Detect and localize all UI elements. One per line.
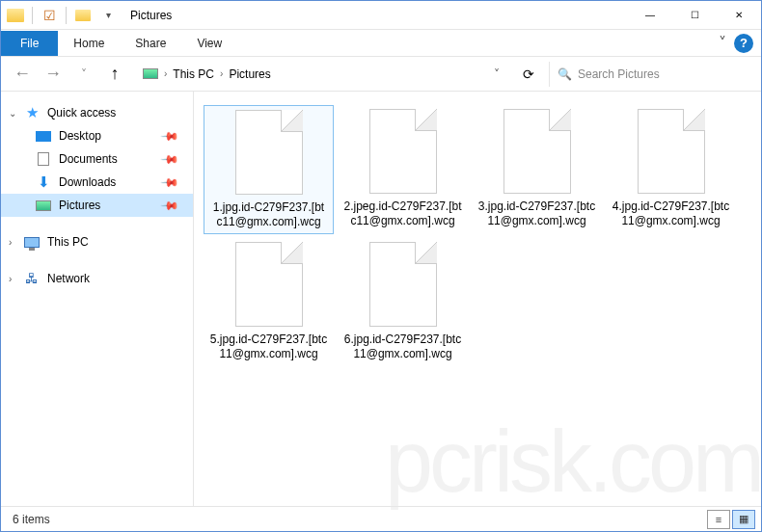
sidebar-item-label: Desktop [59, 129, 101, 143]
pin-icon: 📌 [160, 173, 180, 193]
sidebar-item-this-pc[interactable]: › This PC [1, 230, 193, 253]
file-list-view[interactable]: 1.jpg.id-C279F237.[btc11@gmx.com].wcg2.j… [194, 92, 761, 506]
search-icon: 🔍 [558, 67, 572, 81]
new-folder-qat-icon[interactable] [72, 5, 94, 26]
ribbon-bar: File Home Share View ˅ ? [1, 30, 761, 57]
file-name-label: 1.jpg.id-C279F237.[btc11@gmx.com].wcg [208, 200, 329, 229]
close-button[interactable]: ✕ [717, 1, 761, 30]
pin-icon: 📌 [160, 196, 180, 216]
breadcrumb-item[interactable]: Pictures [229, 67, 270, 81]
minimize-button[interactable]: — [628, 1, 672, 30]
navigation-pane: ⌄ ★ Quick access Desktop 📌 Documents 📌 ⬇… [1, 92, 194, 506]
sidebar-item-network[interactable]: › 🖧 Network [1, 267, 193, 290]
chevron-down-icon[interactable]: ⌄ [9, 108, 16, 119]
help-icon[interactable]: ? [734, 34, 753, 53]
back-button[interactable]: ← [11, 63, 34, 86]
title-bar: ☑ ▾ Pictures — ☐ ✕ [1, 1, 761, 30]
sidebar-item-label: Quick access [47, 106, 116, 120]
sidebar-item-downloads[interactable]: ⬇ Downloads 📌 [1, 171, 193, 194]
refresh-button[interactable]: ⟳ [516, 62, 541, 87]
breadcrumb[interactable]: › This PC › Pictures ˅ [134, 62, 508, 87]
properties-qat-icon[interactable]: ☑ [39, 5, 60, 26]
large-icons-view-button[interactable]: ▦ [732, 510, 755, 529]
chevron-right-icon[interactable]: › [9, 274, 12, 284]
window-controls: — ☐ ✕ [628, 1, 761, 30]
file-thumbnail-icon [235, 242, 303, 327]
pictures-breadcrumb-icon [143, 68, 158, 79]
chevron-right-icon[interactable]: › [164, 68, 167, 79]
computer-icon [24, 234, 40, 250]
item-count: 6 items [13, 513, 50, 526]
pictures-icon [36, 198, 51, 213]
separator [32, 7, 33, 24]
file-thumbnail-icon [503, 109, 571, 194]
chevron-right-icon[interactable]: › [220, 68, 223, 79]
file-thumbnail-icon [638, 109, 705, 194]
search-placeholder: Search Pictures [578, 67, 660, 81]
tab-share[interactable]: Share [120, 31, 181, 56]
quick-access-toolbar: ☑ ▾ [1, 5, 122, 26]
sidebar-item-quick-access[interactable]: ⌄ ★ Quick access [1, 101, 193, 124]
file-item[interactable]: 6.jpg.id-C279F237.[btc11@gmx.com].wcg [338, 238, 468, 365]
explorer-icon [5, 5, 26, 26]
sidebar-item-label: Documents [59, 152, 118, 166]
file-name-label: 2.jpeg.id-C279F237.[btc11@gmx.com].wcg [341, 200, 464, 228]
sidebar-item-pictures[interactable]: Pictures 📌 [1, 194, 193, 217]
file-item[interactable]: 5.jpg.id-C279F237.[btc11@gmx.com].wcg [204, 238, 334, 365]
expand-ribbon-icon[interactable]: ˅ [719, 34, 726, 52]
address-bar-row: ← → ˅ ↑ › This PC › Pictures ˅ ⟳ 🔍 Searc… [1, 57, 761, 92]
search-input[interactable]: 🔍 Search Pictures [549, 62, 751, 87]
tab-home[interactable]: Home [58, 31, 120, 56]
file-item[interactable]: 3.jpg.id-C279F237.[btc11@gmx.com].wcg [472, 105, 602, 234]
file-name-label: 6.jpg.id-C279F237.[btc11@gmx.com].wcg [341, 332, 464, 361]
breadcrumb-dropdown-icon[interactable]: ˅ [494, 67, 500, 81]
file-name-label: 3.jpg.id-C279F237.[btc11@gmx.com].wcg [476, 200, 598, 228]
sidebar-item-label: Downloads [59, 175, 116, 189]
file-name-label: 5.jpg.id-C279F237.[btc11@gmx.com].wcg [207, 332, 330, 361]
sidebar-item-desktop[interactable]: Desktop 📌 [1, 124, 193, 147]
status-bar: 6 items ≡ ▦ [1, 506, 761, 531]
content-area: ⌄ ★ Quick access Desktop 📌 Documents 📌 ⬇… [1, 92, 761, 506]
file-name-label: 4.jpg.id-C279F237.[btc11@gmx.com].wcg [610, 200, 732, 228]
file-tab[interactable]: File [1, 31, 58, 56]
pin-icon: 📌 [160, 126, 180, 146]
sidebar-item-label: Network [47, 272, 90, 285]
star-icon: ★ [24, 105, 40, 120]
breadcrumb-item[interactable]: This PC [173, 67, 214, 81]
network-icon: 🖧 [24, 271, 40, 286]
file-thumbnail-icon [369, 242, 437, 327]
file-item[interactable]: 4.jpg.id-C279F237.[btc11@gmx.com].wcg [606, 105, 736, 234]
file-item[interactable]: 2.jpeg.id-C279F237.[btc11@gmx.com].wcg [338, 105, 468, 234]
details-view-button[interactable]: ≡ [707, 510, 730, 529]
sidebar-item-label: This PC [47, 235, 89, 249]
file-item[interactable]: 1.jpg.id-C279F237.[btc11@gmx.com].wcg [204, 105, 334, 234]
tab-view[interactable]: View [181, 31, 237, 56]
file-thumbnail-icon [235, 110, 303, 195]
sidebar-item-label: Pictures [59, 199, 100, 212]
file-thumbnail-icon [369, 109, 437, 194]
download-icon: ⬇ [36, 174, 51, 190]
sidebar-item-documents[interactable]: Documents 📌 [1, 147, 193, 171]
forward-button[interactable]: → [41, 63, 65, 86]
chevron-right-icon[interactable]: › [9, 237, 12, 248]
recent-locations-icon[interactable]: ˅ [72, 63, 95, 86]
qat-dropdown-icon[interactable]: ▾ [97, 5, 119, 26]
up-button[interactable]: ↑ [103, 63, 126, 86]
separator [66, 7, 67, 24]
pin-icon: 📌 [160, 149, 180, 170]
maximize-button[interactable]: ☐ [672, 1, 717, 30]
desktop-icon [36, 128, 51, 144]
document-icon [36, 151, 51, 167]
window-title: Pictures [130, 9, 628, 22]
